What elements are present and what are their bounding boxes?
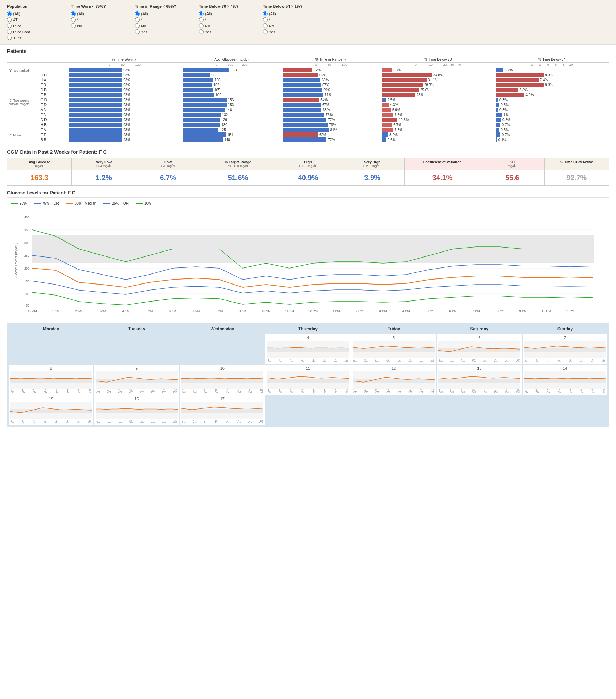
- svg-rect-43: [524, 348, 606, 352]
- tb70-star-radio[interactable]: [199, 17, 204, 22]
- table-row[interactable]: E A 93% 125 81%: [7, 127, 609, 132]
- patient-name[interactable]: D C: [39, 72, 67, 77]
- table-row[interactable]: D B 93% 105 69%: [7, 87, 609, 92]
- patient-name[interactable]: F C: [39, 67, 67, 73]
- stat-val-cgmactive: 92.7%: [545, 170, 609, 185]
- patient-name[interactable]: F B: [39, 82, 67, 87]
- table-row[interactable]: A A 93% 146 68%: [7, 107, 609, 112]
- table-row[interactable]: E D 93% 153 67%: [7, 102, 609, 107]
- table-row[interactable]: F A 93% 132 73%: [7, 112, 609, 117]
- cell-time-worn: 93%: [67, 122, 182, 127]
- stat-header-low: Low < 70 mg/dL: [136, 158, 200, 170]
- tw-no-radio[interactable]: [71, 23, 76, 28]
- patient-name[interactable]: D D: [39, 117, 67, 122]
- mini-chart: [267, 371, 349, 389]
- tir-star-radio[interactable]: [135, 17, 140, 22]
- tw-star-radio[interactable]: [71, 17, 76, 22]
- cell-time-below-70: 5.9%: [381, 107, 495, 112]
- svg-rect-52: [96, 409, 178, 413]
- cal-cell[interactable]: 12 1471014710 AMAMAMAMPMPMPMPM: [351, 365, 436, 395]
- patient-name[interactable]: E D: [39, 102, 67, 107]
- patient-name[interactable]: E A: [39, 127, 67, 132]
- tw-all-radio[interactable]: [71, 11, 76, 16]
- cgm-stats-values: 163.3 1.2% 6.7% 51.6% 40.9% 3.9% 34.1% 5…: [7, 170, 609, 185]
- table-row[interactable]: (2) Two weeks outside targets G D 93% 15…: [7, 97, 609, 102]
- patient-name[interactable]: H B: [39, 122, 67, 127]
- cell-time-below-54: 0.1%: [495, 137, 609, 142]
- pop-pilot-radio[interactable]: [7, 23, 12, 28]
- table-row[interactable]: (3) None E E 93% 151 62%: [7, 132, 609, 137]
- tw-no-label: No: [77, 24, 82, 28]
- patient-name[interactable]: B B: [39, 137, 67, 142]
- patient-name[interactable]: H A: [39, 77, 67, 82]
- tir-yes-radio[interactable]: [135, 29, 140, 34]
- tb70-yes-radio[interactable]: [199, 29, 204, 34]
- table-row[interactable]: D D 93% 129 77%: [7, 117, 609, 122]
- stat-header-sd: SD mg/dL: [480, 158, 545, 170]
- table-row[interactable]: (1) Top ranked F C 93% 163 52%: [7, 67, 609, 73]
- table-row[interactable]: B B 93% 140 77%: [7, 137, 609, 142]
- svg-rect-40: [267, 348, 349, 352]
- pop-4t-radio[interactable]: [7, 17, 12, 22]
- day-wednesday: Wednesday: [180, 324, 265, 334]
- cell-time-below-70: 6.7%: [381, 122, 495, 127]
- tb70-no-radio[interactable]: [199, 23, 204, 28]
- col-time-worn: % Time Worn ▼: [67, 57, 182, 63]
- svg-text:10 AM: 10 AM: [261, 309, 271, 313]
- cal-cell[interactable]: 7 1471014710 AMAMAMAMPMPMPMPM: [523, 334, 607, 364]
- patient-name[interactable]: G D: [39, 97, 67, 102]
- cell-avg-glucose: 140: [182, 137, 281, 142]
- cgm-section: CGM Data in Past 2 Weeks for Patient: F …: [0, 146, 616, 431]
- time-sublabels: AMAMAMAMPMPMPMPM: [267, 391, 349, 393]
- cal-cell[interactable]: 10 1471014710 AMAMAMAMPMPMPMPM: [180, 365, 265, 395]
- cal-cell[interactable]: 8 1471014710 AMAMAMAMPMPMPMPM: [9, 365, 93, 395]
- cal-cell[interactable]: 15 1471014710 AMAMAMAMPMPMPMPM: [9, 395, 93, 425]
- cal-cell[interactable]: 4 1471014710 AMAMAMAMPMPMPMPM: [265, 334, 350, 364]
- tb54-all-label: (All): [269, 12, 276, 16]
- tb54-no-radio[interactable]: [263, 23, 268, 28]
- pop-all-radio[interactable]: [7, 11, 12, 16]
- stat-val-high: 40.9%: [276, 170, 340, 185]
- cal-cell[interactable]: 14 1471014710 AMAMAMAMPMPMPMPM: [523, 365, 607, 395]
- patient-name[interactable]: E B: [39, 92, 67, 97]
- table-row[interactable]: D C 93% 95 62%: [7, 72, 609, 77]
- cell-time-worn: 93%: [67, 137, 182, 142]
- cal-cell[interactable]: 6 1471014710 AMAMAMAMPMPMPMPM: [437, 334, 522, 364]
- patient-name[interactable]: D B: [39, 87, 67, 92]
- table-row[interactable]: H A 93% 106 66%: [7, 77, 609, 82]
- patient-name[interactable]: E E: [39, 132, 67, 137]
- cal-cell-empty: [9, 334, 93, 364]
- tb54-no-label: No: [269, 24, 274, 28]
- glucose-chart-title: Glucose Levels for Patient: F C: [7, 190, 609, 195]
- table-row[interactable]: F B 93% 102 67%: [7, 82, 609, 87]
- cal-cell[interactable]: 13 1471014710 AMAMAMAMPMPMPMPM: [437, 365, 522, 395]
- table-row[interactable]: H B 93% 130 79%: [7, 122, 609, 127]
- cgm-stats-headers: Avg Glucose mg/dL Very Low < 54 mg/dL Lo…: [7, 158, 609, 170]
- pop-tips-label: TIPs: [13, 36, 21, 40]
- tb54-yes-radio[interactable]: [263, 29, 268, 34]
- svg-text:400: 400: [24, 216, 29, 219]
- tb70-all-radio[interactable]: [199, 11, 204, 16]
- cal-date: 7: [524, 336, 606, 340]
- tb54-star-radio[interactable]: [263, 17, 268, 22]
- cell-time-below-54: 7.4%: [495, 77, 609, 82]
- cal-cell[interactable]: 9 1471014710 AMAMAMAMPMPMPMPM: [94, 365, 179, 395]
- tir-yes-label: Yes: [141, 30, 147, 34]
- pop-pilotcont-radio[interactable]: [7, 29, 12, 34]
- time-below-54-label: Time Below 54 > 1%?: [263, 4, 313, 9]
- tir-all-radio[interactable]: [135, 11, 140, 16]
- tb54-all-radio[interactable]: [263, 11, 268, 16]
- patient-name[interactable]: A A: [39, 107, 67, 112]
- time-sublabels: AMAMAMAMPMPMPMPM: [96, 421, 178, 424]
- cal-cell[interactable]: 16 1471014710 AMAMAMAMPMPMPMPM: [94, 395, 179, 425]
- day-sunday: Sunday: [523, 324, 607, 334]
- cal-cell[interactable]: 5 1471014710 AMAMAMAMPMPMPMPM: [351, 334, 436, 364]
- cal-cell[interactable]: 11 1471014710 AMAMAMAMPMPMPMPM: [265, 365, 350, 395]
- pop-tips-radio[interactable]: [7, 36, 12, 40]
- time-in-range-filter: Time in Range < 65%? (All) * No Yes: [135, 4, 185, 40]
- cell-time-in-range: 66%: [281, 77, 381, 82]
- patient-name[interactable]: F A: [39, 112, 67, 117]
- table-row[interactable]: E B 93% 109 71%: [7, 92, 609, 97]
- tir-no-radio[interactable]: [135, 23, 140, 28]
- cal-cell[interactable]: 17 1471014710 AMAMAMAMPMPMPMPM: [180, 395, 265, 425]
